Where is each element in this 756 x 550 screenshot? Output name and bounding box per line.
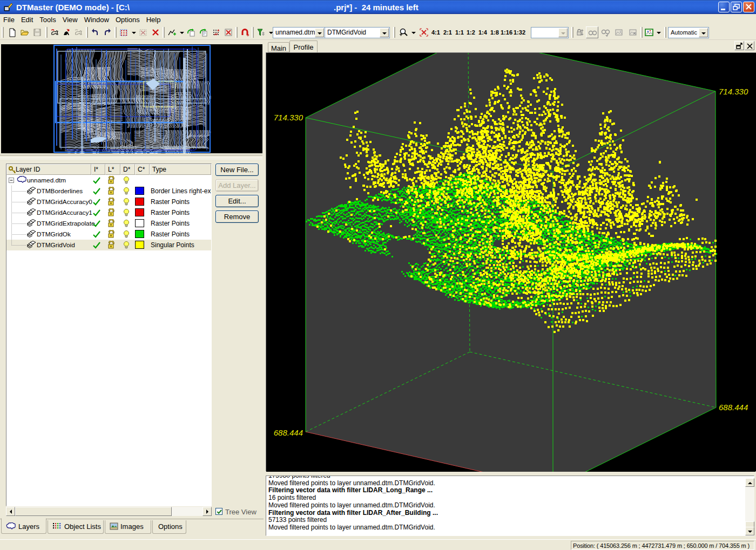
svg-text:714.330: 714.330 [719,87,748,96]
svg-text:688.444: 688.444 [719,403,748,412]
svg-text:714.330: 714.330 [274,113,303,122]
svg-text:688.444: 688.444 [274,428,303,437]
